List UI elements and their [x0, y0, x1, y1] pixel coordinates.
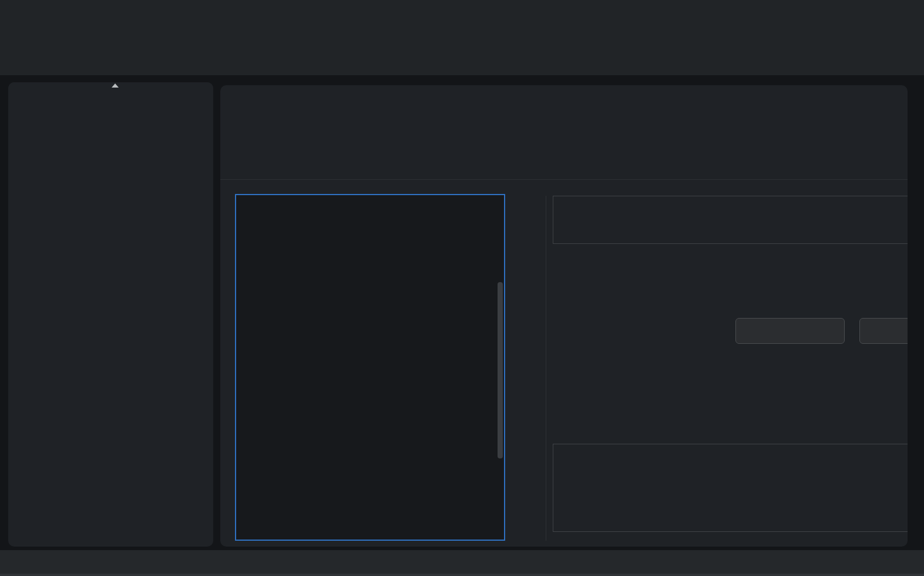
sidebar-navigation [8, 82, 213, 547]
selection-description-panel [553, 444, 908, 532]
form-component-bar [553, 196, 908, 244]
ribbon-toolbar [0, 0, 924, 75]
toolbar-properties-divider [546, 196, 546, 541]
header-divider [220, 179, 908, 180]
contains-label [563, 196, 566, 243]
screens-actions-tree[interactable] [235, 194, 505, 541]
tree-scrollbar-thumb[interactable] [498, 282, 503, 458]
sidebar-top-strip [8, 82, 213, 89]
install4j-window: { "colors": { "selection_blue": "#2e6ec2… [0, 0, 924, 576]
status-strip [0, 550, 924, 576]
sidebar-scroll-up-icon[interactable] [112, 83, 119, 88]
configure-button[interactable] [735, 318, 845, 344]
preview-button[interactable] [859, 318, 908, 344]
main-panel [220, 85, 908, 547]
window-bottom-edge [0, 574, 924, 576]
